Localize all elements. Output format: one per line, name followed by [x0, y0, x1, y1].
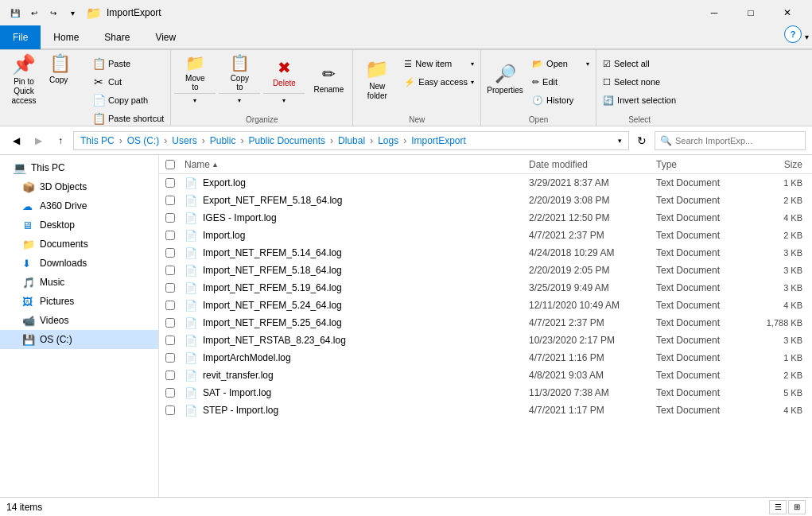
row-check-8[interactable]: [159, 318, 181, 328]
table-row[interactable]: 📄 STEP - Import.log 4/7/2021 1:17 PM Tex…: [159, 402, 812, 419]
path-dropdown-btn[interactable]: ▾: [618, 137, 622, 145]
refresh-btn[interactable]: ↻: [632, 131, 651, 150]
path-public-docs[interactable]: Public Documents: [248, 135, 325, 146]
paste-btn[interactable]: 📋 Paste: [89, 55, 167, 72]
select-all-checkbox[interactable]: [165, 160, 175, 169]
new-item-btn[interactable]: ☰ New item ▾: [401, 55, 477, 72]
table-row[interactable]: 📄 ImportArchModel.log 4/7/2021 1:16 PM T…: [159, 349, 812, 367]
qat-redo-btn[interactable]: ↪: [45, 4, 62, 21]
address-path[interactable]: This PC › OS (C:) › Users › Public › Pub…: [73, 131, 629, 150]
table-row[interactable]: 📄 revit_transfer.log 4/8/2021 9:03 AM Te…: [159, 367, 812, 384]
path-c-drive[interactable]: OS (C:): [127, 135, 160, 146]
table-row[interactable]: 📄 Import_NET_RFEM_5.24_64.log 12/11/2020…: [159, 297, 812, 314]
move-to-btn[interactable]: 📁 Moveto: [174, 52, 216, 93]
sidebar-item-downloads[interactable]: ⬇ Downloads: [0, 254, 158, 273]
sidebar-item-videos[interactable]: 📹 Videos: [0, 311, 158, 330]
table-row[interactable]: 📄 Import.log 4/7/2021 2:37 PM Text Docum…: [159, 227, 812, 244]
row-check-4[interactable]: [159, 248, 181, 258]
nav-forward-btn[interactable]: ▶: [29, 131, 48, 150]
move-to-arrow-btn[interactable]: ▾: [174, 93, 216, 107]
nav-back-btn[interactable]: ◀: [6, 131, 25, 150]
header-check[interactable]: [159, 160, 181, 169]
pin-to-quick-access-btn[interactable]: 📌 Pin to Quick access: [3, 52, 45, 109]
help-btn[interactable]: ?: [784, 25, 802, 43]
easy-access-btn[interactable]: ⚡ Easy access ▾: [401, 73, 477, 91]
search-input[interactable]: [675, 136, 800, 145]
large-icons-btn[interactable]: ⊞: [788, 500, 806, 514]
path-logs[interactable]: Logs: [378, 135, 398, 146]
copy-to-arrow-btn[interactable]: ▾: [219, 93, 260, 107]
row-checkbox-1[interactable]: [165, 196, 175, 205]
path-public[interactable]: Public: [210, 135, 236, 146]
new-folder-btn[interactable]: 📁 New folder: [356, 52, 398, 109]
table-row[interactable]: 📄 Export_NET_RFEM_5.18_64.log 2/20/2019 …: [159, 192, 812, 209]
row-check-11[interactable]: [159, 371, 181, 380]
history-btn[interactable]: 🕐 History: [529, 91, 592, 109]
sidebar-item-this-pc[interactable]: 💻 This PC: [0, 158, 158, 177]
row-checkbox-12[interactable]: [165, 388, 175, 398]
table-row[interactable]: 📄 Import_NET_RFEM_5.25_64.log 4/7/2021 2…: [159, 314, 812, 332]
path-importexport[interactable]: ImportExport: [411, 135, 466, 146]
row-check-6[interactable]: [159, 283, 181, 293]
sidebar-item-documents[interactable]: 📁 Documents: [0, 235, 158, 254]
nav-up-btn[interactable]: ↑: [51, 131, 70, 150]
row-checkbox-10[interactable]: [165, 353, 175, 363]
row-check-7[interactable]: [159, 301, 181, 310]
header-size[interactable]: Size: [748, 159, 812, 170]
path-this-pc[interactable]: This PC: [80, 135, 115, 146]
row-checkbox-11[interactable]: [165, 371, 175, 380]
row-checkbox-8[interactable]: [165, 318, 175, 328]
table-row[interactable]: 📄 Import_NET_RFEM_5.14_64.log 4/24/2018 …: [159, 244, 812, 262]
edit-btn[interactable]: ✏ Edit: [529, 73, 592, 91]
delete-btn[interactable]: ✖ Delete: [263, 52, 305, 93]
table-row[interactable]: 📄 IGES - Import.log 2/2/2021 12:50 PM Te…: [159, 209, 812, 227]
details-view-btn[interactable]: ☰: [769, 500, 787, 514]
maximize-btn[interactable]: □: [732, 0, 769, 25]
header-modified[interactable]: Date modified: [526, 159, 653, 170]
row-check-1[interactable]: [159, 196, 181, 205]
path-dlubal[interactable]: Dlubal: [338, 135, 365, 146]
copy-path-btn[interactable]: 📄 Copy path: [89, 91, 167, 109]
row-check-5[interactable]: [159, 266, 181, 275]
sidebar-item-3d-objects[interactable]: 📦 3D Objects: [0, 177, 158, 196]
invert-selection-btn[interactable]: 🔄 Invert selection: [600, 91, 679, 109]
row-checkbox-9[interactable]: [165, 336, 175, 345]
header-name[interactable]: Name ▲: [181, 159, 526, 170]
row-check-9[interactable]: [159, 336, 181, 345]
properties-btn[interactable]: 🔎 Properties: [484, 52, 526, 109]
tab-file[interactable]: File: [0, 25, 41, 49]
rename-btn[interactable]: ✏ Rename: [308, 52, 349, 109]
copy-btn[interactable]: 📋 Copy: [46, 55, 87, 112]
tab-share[interactable]: Share: [91, 25, 142, 49]
select-none-btn[interactable]: ☐ Select none: [600, 73, 679, 91]
paste-shortcut-btn[interactable]: 📋 Paste shortcut: [89, 110, 167, 127]
minimize-btn[interactable]: ─: [696, 0, 732, 25]
close-btn[interactable]: ✕: [769, 0, 806, 25]
sidebar-item-music[interactable]: 🎵 Music: [0, 273, 158, 292]
copy-to-btn[interactable]: 📋 Copyto: [219, 52, 260, 93]
row-checkbox-4[interactable]: [165, 248, 175, 258]
table-row[interactable]: 📄 Export.log 3/29/2021 8:37 AM Text Docu…: [159, 174, 812, 192]
row-checkbox-2[interactable]: [165, 213, 175, 223]
row-checkbox-6[interactable]: [165, 283, 175, 293]
header-type[interactable]: Type: [653, 159, 748, 170]
sidebar-item-desktop[interactable]: 🖥 Desktop: [0, 215, 158, 235]
row-check-10[interactable]: [159, 353, 181, 363]
select-all-btn[interactable]: ☑ Select all: [600, 55, 679, 72]
cut-btn[interactable]: ✂ Cut: [89, 73, 167, 91]
qat-save-btn[interactable]: 💾: [6, 4, 24, 21]
row-checkbox-5[interactable]: [165, 266, 175, 275]
row-check-2[interactable]: [159, 213, 181, 223]
sidebar-item-pictures[interactable]: 🖼 Pictures: [0, 292, 158, 311]
table-row[interactable]: 📄 Import_NET_RSTAB_8.23_64.log 10/23/202…: [159, 332, 812, 349]
row-check-12[interactable]: [159, 388, 181, 398]
row-checkbox-3[interactable]: [165, 231, 175, 240]
qat-undo-btn[interactable]: ↩: [25, 4, 43, 21]
sidebar-item-a360-drive[interactable]: ☁ A360 Drive: [0, 196, 158, 215]
open-btn[interactable]: 📂 Open ▾: [529, 55, 592, 72]
row-checkbox-0[interactable]: [165, 178, 175, 188]
qat-dropdown-btn[interactable]: ▾: [64, 4, 81, 21]
tab-view[interactable]: View: [142, 25, 188, 49]
row-check-3[interactable]: [159, 231, 181, 240]
tab-home[interactable]: Home: [41, 25, 91, 49]
